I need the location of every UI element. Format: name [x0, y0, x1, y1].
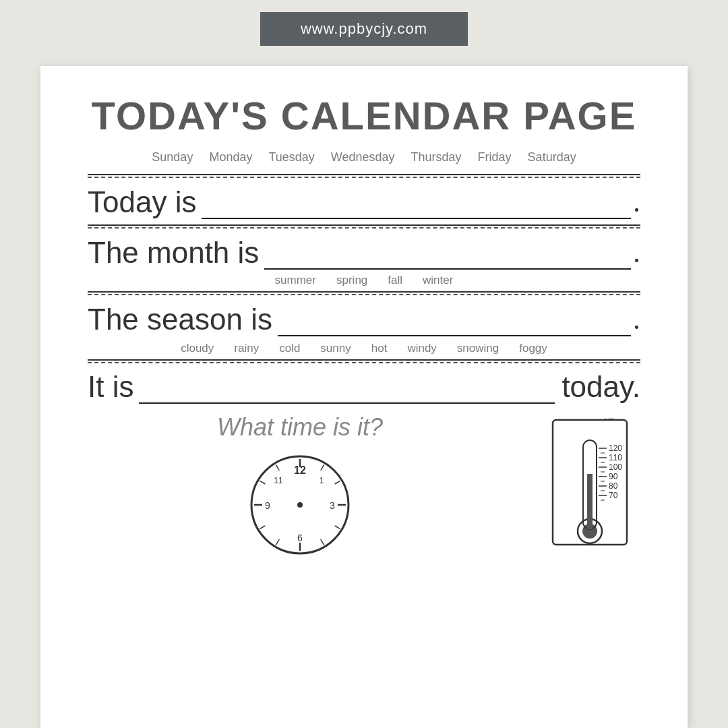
month-underline[interactable] [264, 268, 631, 270]
it-is-underline[interactable] [139, 402, 555, 404]
month-row: The month is . [88, 235, 640, 270]
season-options: summer spring fall winter [88, 274, 640, 287]
season-summer: summer [275, 274, 316, 287]
dashed-line-3 [88, 294, 640, 295]
bottom-section: What time is it? [88, 413, 640, 559]
clock-question: What time is it? [217, 413, 383, 442]
day-wednesday: Wednesday [331, 150, 395, 164]
svg-text:12: 12 [294, 464, 306, 476]
weather-hot: hot [371, 342, 388, 355]
today-suffix: today. [562, 370, 640, 404]
season-underline[interactable] [278, 335, 631, 336]
day-saturday: Saturday [528, 150, 576, 164]
today-underline[interactable] [202, 218, 631, 219]
svg-text:70: 70 [609, 491, 618, 500]
weather-foggy: foggy [519, 342, 547, 355]
weather-cloudy: cloudy [181, 342, 214, 355]
month-section: The month is . [88, 224, 640, 270]
season-spring: spring [336, 274, 367, 287]
clock-section: What time is it? [88, 413, 512, 559]
dashed-line-1 [88, 177, 640, 178]
svg-text:6: 6 [297, 533, 303, 543]
season-label: The season is [88, 303, 272, 336]
weather-options: cloudy rainy cold sunny hot windy snowin… [88, 342, 640, 355]
day-tuesday: Tuesday [268, 150, 314, 164]
day-friday: Friday [478, 150, 512, 164]
season-fall: fall [388, 274, 402, 287]
it-is-label: It is [88, 370, 133, 404]
svg-text:90: 90 [609, 472, 618, 481]
dashed-line-4 [88, 362, 640, 363]
top-bar: www.ppbycjy.com [260, 12, 468, 46]
svg-text:80: 80 [609, 481, 618, 491]
month-label: The month is [88, 236, 259, 270]
today-row: Today is . [88, 185, 640, 219]
svg-point-19 [297, 502, 303, 508]
website-url: www.ppbycjy.com [301, 20, 427, 37]
clock-face: 12 3 6 9 1 11 [246, 451, 354, 559]
day-sunday: Sunday [152, 150, 193, 164]
day-monday: Monday [209, 150, 252, 164]
it-is-row: It is today. [88, 370, 640, 404]
weather-sunny: sunny [320, 342, 351, 355]
svg-text:3: 3 [330, 500, 335, 511]
season-winter: winter [423, 274, 453, 287]
weather-cold: cold [279, 342, 300, 355]
thermometer-section: °F 120 110 100 [539, 413, 640, 548]
solid-line-2 [88, 224, 640, 226]
season-section: The season is . [88, 291, 640, 336]
svg-text:110: 110 [609, 453, 622, 462]
days-of-week: Sunday Monday Tuesday Wednesday Thursday… [88, 150, 640, 164]
calendar-page: TODAY'S CALENDAR PAGE Sunday Monday Tues… [40, 66, 688, 728]
solid-line-1 [88, 174, 640, 175]
svg-text:9: 9 [265, 500, 270, 511]
today-label: Today is [88, 185, 196, 219]
dashed-line-2 [88, 227, 640, 229]
svg-rect-25 [587, 474, 593, 529]
weather-rainy: rainy [234, 342, 259, 355]
weather-snowing: snowing [457, 342, 499, 355]
it-is-section: It is today. [88, 359, 640, 404]
today-section: Today is . [88, 174, 640, 219]
svg-text:100: 100 [609, 462, 622, 472]
day-thursday: Thursday [411, 150, 462, 164]
season-row: The season is . [88, 302, 640, 336]
svg-text:11: 11 [274, 476, 283, 485]
page-title: TODAY'S CALENDAR PAGE [88, 93, 640, 138]
solid-line-4 [88, 359, 640, 361]
svg-text:1: 1 [320, 476, 324, 485]
weather-windy: windy [407, 342, 436, 355]
thermometer-svg: °F 120 110 100 [539, 413, 640, 548]
svg-text:120: 120 [609, 444, 622, 453]
solid-line-3 [88, 291, 640, 293]
